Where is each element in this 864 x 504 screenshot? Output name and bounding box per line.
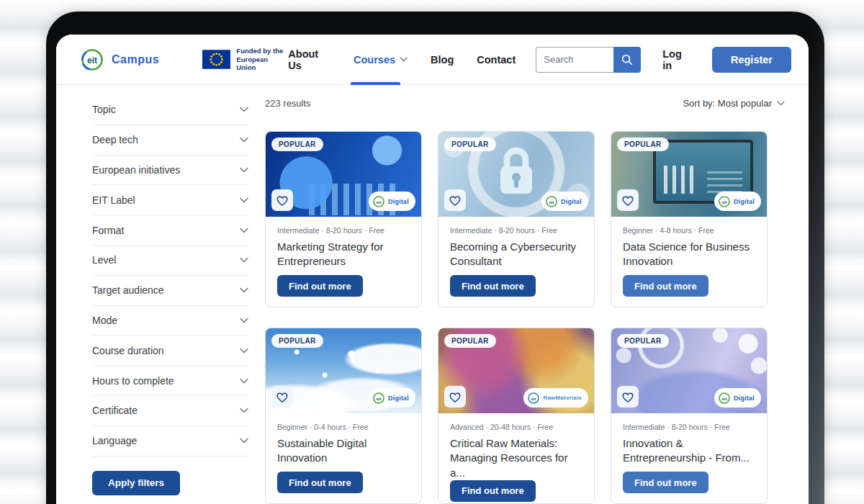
eu-flag-icon bbox=[202, 50, 230, 69]
provider-logo: eit Digital bbox=[369, 388, 415, 408]
course-title: Critical Raw Materials: Managing Resourc… bbox=[450, 436, 582, 480]
card-body: Intermediate · 8-20 hours · Free Innovat… bbox=[611, 413, 767, 503]
svg-text:eit: eit bbox=[549, 199, 554, 204]
course-card[interactable]: POPULAR eit Digital Beginner · 0-4 hours… bbox=[265, 328, 422, 504]
login-link[interactable]: Log in bbox=[662, 48, 693, 71]
eit-logo-icon: eit bbox=[545, 195, 558, 208]
card-body: Intermediate · 8-20 hours · Free Marketi… bbox=[266, 217, 421, 307]
filter-eit-label[interactable]: EIT Label bbox=[92, 185, 248, 215]
favorite-button[interactable] bbox=[444, 386, 466, 408]
active-tab-indicator bbox=[351, 82, 400, 85]
find-out-more-button[interactable]: Find out more bbox=[450, 480, 536, 502]
course-card[interactable]: POPULAR eit Digital Intermediate · 8-20 … bbox=[438, 131, 595, 307]
filter-label: Topic bbox=[92, 104, 116, 115]
filter-hours-to-complete[interactable]: Hours to complete bbox=[92, 366, 248, 396]
results-area: 223 results Sort by: Most popular POPULA… bbox=[265, 95, 785, 504]
nav-label: About Us bbox=[288, 48, 330, 71]
svg-text:eit: eit bbox=[87, 55, 97, 65]
chevron-down-icon bbox=[240, 257, 248, 263]
course-card[interactable]: POPULAR eit Digital Beginner · 4-8 hours… bbox=[611, 131, 768, 307]
filter-format[interactable]: Format bbox=[92, 215, 248, 246]
filter-target-audience[interactable]: Target audience bbox=[92, 276, 248, 306]
eit-campus-logo[interactable]: eit Campus bbox=[79, 47, 159, 73]
chevron-down-icon bbox=[240, 228, 248, 233]
nav-blog[interactable]: Blog bbox=[431, 35, 454, 85]
filter-european-initiatives[interactable]: European initiatives bbox=[92, 156, 248, 186]
filter-certificate[interactable]: Certificate bbox=[92, 396, 248, 426]
filter-course-duration[interactable]: Course duration bbox=[92, 336, 248, 366]
filter-mode[interactable]: Mode bbox=[92, 306, 248, 336]
eit-logo-icon: eit bbox=[527, 392, 540, 405]
find-out-more-button[interactable]: Find out more bbox=[277, 275, 363, 297]
card-body: Advanced · 20-48 hours · Free Critical R… bbox=[438, 413, 594, 504]
find-out-more-button[interactable]: Find out more bbox=[450, 275, 536, 297]
filter-label: EIT Label bbox=[92, 194, 135, 206]
favorite-button[interactable] bbox=[617, 386, 639, 408]
svg-text:eit: eit bbox=[377, 396, 382, 400]
filter-label: Level bbox=[92, 254, 116, 266]
chevron-down-icon bbox=[240, 408, 248, 413]
course-meta: Intermediate · 8-20 hours · Free bbox=[277, 226, 410, 235]
card-body: Intermediate · 8-20 hours · Free Becomin… bbox=[438, 217, 594, 307]
popular-badge: POPULAR bbox=[617, 334, 669, 348]
provider-name: Digital bbox=[561, 198, 582, 205]
favorite-button[interactable] bbox=[444, 189, 466, 211]
popular-badge: POPULAR bbox=[617, 138, 669, 151]
course-title: Sustainable Digital Innovation bbox=[277, 436, 410, 466]
results-count: 223 results bbox=[265, 98, 311, 109]
svg-text:eit: eit bbox=[377, 199, 382, 204]
course-meta: Intermediate · 8-20 hours · Free bbox=[623, 423, 755, 431]
course-meta: Beginner · 0-4 hours · Free bbox=[277, 423, 410, 431]
favorite-button[interactable] bbox=[271, 189, 293, 211]
chevron-down-icon bbox=[240, 348, 248, 354]
svg-text:eit: eit bbox=[722, 396, 727, 400]
chevron-down-icon bbox=[777, 101, 785, 106]
course-image: POPULAR eit Digital bbox=[611, 328, 767, 413]
course-image: POPULAR eit Digital bbox=[611, 132, 767, 217]
sort-by-dropdown[interactable]: Sort by: Most popular bbox=[683, 98, 785, 109]
heart-icon bbox=[276, 194, 289, 207]
find-out-more-button[interactable]: Find out more bbox=[277, 472, 363, 493]
provider-name: Digital bbox=[388, 198, 409, 205]
filter-label: Certificate bbox=[92, 405, 138, 416]
heart-icon bbox=[621, 194, 634, 207]
nav-courses[interactable]: Courses bbox=[354, 35, 408, 85]
provider-logo: eit Digital bbox=[369, 192, 415, 211]
course-card[interactable]: POPULAR eit Digital Intermediate · 8-20 … bbox=[611, 328, 768, 504]
eit-logo-icon: eit bbox=[79, 47, 105, 73]
apply-filters-button[interactable]: Apply filters bbox=[92, 471, 180, 495]
provider-logo: eit Digital bbox=[714, 388, 761, 408]
eit-logo-icon: eit bbox=[718, 392, 731, 405]
filter-language[interactable]: Language bbox=[92, 426, 248, 456]
main-nav: About Us Courses Blog Contact bbox=[288, 35, 516, 85]
favorite-button[interactable] bbox=[271, 386, 293, 408]
course-image: POPULAR eit Digital bbox=[266, 328, 421, 413]
find-out-more-button[interactable]: Find out more bbox=[623, 275, 708, 297]
filter-topic[interactable]: Topic bbox=[92, 95, 248, 125]
provider-name: RawMaterials bbox=[543, 395, 582, 401]
filter-deep-tech[interactable]: Deep tech bbox=[92, 125, 248, 156]
filter-level[interactable]: Level bbox=[92, 246, 248, 276]
chevron-down-icon bbox=[240, 107, 248, 112]
search-button[interactable] bbox=[613, 47, 641, 73]
search-input[interactable] bbox=[536, 47, 613, 73]
eit-logo-icon: eit bbox=[372, 195, 385, 208]
register-button[interactable]: Register bbox=[712, 47, 791, 73]
course-card[interactable]: POPULAR eit Digital Intermediate · 8-20 … bbox=[265, 131, 422, 307]
course-image: POPULAR eit Digital bbox=[266, 132, 421, 217]
find-out-more-button[interactable]: Find out more bbox=[623, 472, 708, 493]
nav-about-us[interactable]: About Us bbox=[288, 35, 330, 85]
provider-logo: eit RawMaterials bbox=[523, 388, 588, 408]
chevron-down-icon bbox=[240, 197, 248, 203]
filter-label: Deep tech bbox=[92, 134, 138, 145]
nav-contact[interactable]: Contact bbox=[477, 35, 516, 85]
search-icon bbox=[621, 53, 634, 66]
course-image: POPULAR eit Digital bbox=[438, 132, 594, 217]
nav-label: Courses bbox=[354, 54, 395, 66]
course-card[interactable]: POPULAR eit RawMaterials Advanced · 20-4… bbox=[438, 328, 595, 504]
eu-funding-block: Funded by the European Union bbox=[202, 47, 288, 73]
provider-name: Digital bbox=[734, 395, 755, 402]
chevron-down-icon bbox=[240, 167, 248, 173]
eit-logo-icon: eit bbox=[718, 195, 731, 208]
favorite-button[interactable] bbox=[617, 189, 639, 211]
